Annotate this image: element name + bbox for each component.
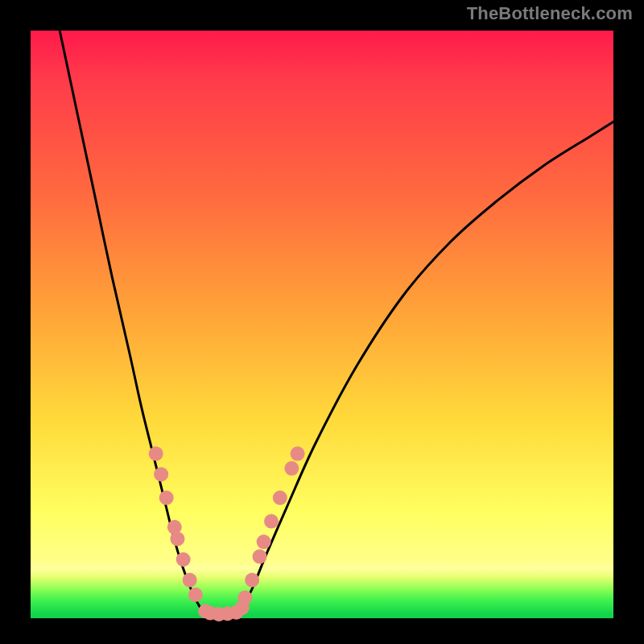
chart-overlay: [0, 0, 644, 644]
marker-dot: [183, 573, 197, 588]
marker-dot: [159, 490, 174, 505]
marker-dot: [188, 588, 203, 602]
marker-dot: [253, 549, 267, 564]
marker-dot: [291, 447, 305, 461]
curve-right-curve: [241, 122, 613, 611]
chart-frame: TheBottleneck.com: [0, 0, 644, 644]
marker-dot: [170, 531, 184, 546]
marker-dot: [273, 490, 287, 505]
marker-dot: [154, 467, 168, 481]
marker-dot: [237, 590, 252, 605]
marker-dot: [257, 535, 271, 549]
marker-group: [149, 447, 305, 621]
curve-left-curve: [60, 31, 205, 613]
curve-group: [60, 31, 613, 615]
marker-dot: [176, 552, 191, 567]
marker-dot: [264, 514, 279, 529]
marker-dot: [149, 447, 163, 461]
marker-dot: [245, 573, 259, 588]
marker-dot: [284, 461, 299, 476]
